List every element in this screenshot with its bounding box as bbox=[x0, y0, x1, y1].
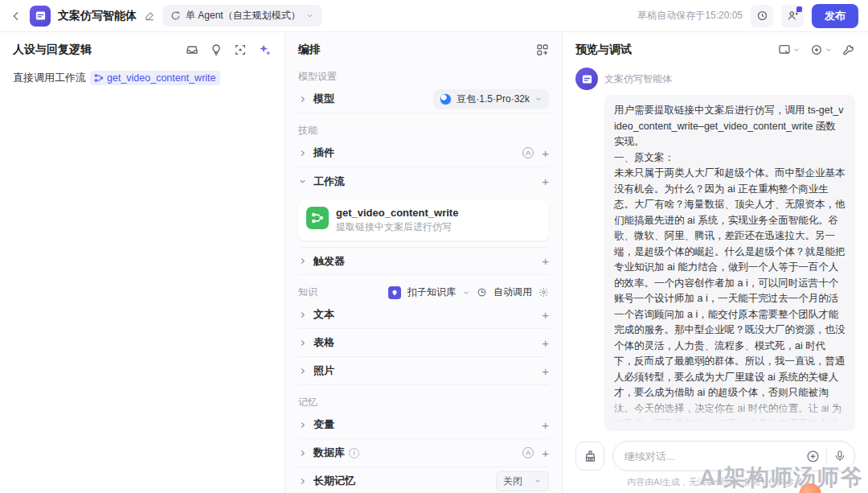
chat-input-wrap bbox=[612, 441, 855, 471]
plugin-row-label: 插件 bbox=[313, 146, 522, 160]
knowledge-text-label: 文本 bbox=[313, 307, 542, 322]
add-variable-button[interactable]: + bbox=[542, 419, 549, 431]
orchestrate-title: 编排 bbox=[298, 43, 321, 57]
memory-section-label: 记忆 bbox=[298, 396, 549, 409]
model-row[interactable]: 模型 豆包·1.5·Pro·32k bbox=[298, 85, 549, 113]
coze-knowledge-icon bbox=[388, 286, 401, 299]
chevron-right-icon bbox=[298, 421, 307, 429]
input-divider bbox=[826, 450, 827, 462]
info-icon: i bbox=[349, 448, 359, 458]
ai-disclaimer: 内容由AI生成，无法确保真实准确，仅供参考 bbox=[563, 475, 868, 493]
top-bar: 文案仿写智能体 单 Agent（自主规划模式） 草稿自动保存于15:20:05 … bbox=[0, 0, 868, 32]
collaborators-icon[interactable] bbox=[781, 5, 804, 27]
add-attachment-icon[interactable] bbox=[806, 450, 820, 463]
add-database-button[interactable]: + bbox=[542, 447, 549, 459]
workflow-link-label: get_video_content_write bbox=[107, 72, 216, 84]
chevron-right-icon bbox=[298, 149, 307, 158]
model-row-label: 模型 bbox=[313, 92, 433, 106]
agent-name: 文案仿写智能体 bbox=[604, 72, 672, 86]
add-plugin-button[interactable]: + bbox=[542, 147, 549, 159]
model-value: 豆包·1.5·Pro·32k bbox=[457, 92, 530, 106]
trigger-row-label: 触发器 bbox=[313, 254, 542, 269]
knowledge-photo-label: 照片 bbox=[313, 364, 542, 378]
longterm-memory-label: 长期记忆 bbox=[313, 474, 496, 488]
variable-row-label: 变量 bbox=[313, 417, 542, 432]
model-selector[interactable]: 豆包·1.5·Pro·32k bbox=[433, 89, 549, 109]
prompt-text: 直接调用工作流 bbox=[13, 71, 86, 85]
workflow-card[interactable]: get_video_content_write 提取链接中文案后进行仿写 bbox=[298, 200, 549, 240]
expand-editor-icon[interactable] bbox=[234, 43, 247, 56]
agent-logo-icon bbox=[30, 6, 51, 27]
page-title: 文案仿写智能体 bbox=[58, 9, 137, 23]
agent-message-text: 用户需要提取链接中文案后进行仿写，调用 ts-get_video_content… bbox=[614, 103, 845, 431]
chat-input[interactable] bbox=[624, 450, 806, 462]
chevron-right-icon bbox=[298, 257, 307, 265]
knowledge-section-label: 知识 bbox=[298, 286, 388, 299]
debug-selector[interactable] bbox=[810, 43, 833, 56]
chevron-right-icon bbox=[298, 367, 307, 376]
skills-section-label: 技能 bbox=[298, 124, 549, 138]
auto-call-label[interactable]: 自动调用 bbox=[493, 286, 532, 299]
workflow-card-name: get_video_content_write bbox=[336, 207, 458, 219]
single-agent-icon bbox=[170, 10, 181, 21]
workflow-link[interactable]: get_video_content_write bbox=[90, 71, 220, 85]
longterm-memory-select[interactable]: 关闭 bbox=[496, 471, 549, 491]
chevron-right-icon bbox=[298, 449, 307, 458]
add-photo-button[interactable]: + bbox=[542, 365, 549, 377]
chevron-down-icon bbox=[298, 177, 307, 186]
knowledge-lib-selector[interactable]: 扣子知识库 bbox=[407, 286, 456, 299]
knowledge-table-row[interactable]: 表格 + bbox=[298, 329, 549, 357]
chevron-right-icon bbox=[298, 95, 307, 104]
agent-message-bubble[interactable]: 用户需要提取链接中文案后进行仿写，调用 ts-get_video_content… bbox=[604, 95, 855, 431]
auto-call-icon bbox=[477, 287, 487, 298]
chevron-down-icon bbox=[305, 11, 314, 20]
doubao-logo-icon bbox=[440, 93, 452, 105]
add-trigger-button[interactable]: + bbox=[542, 255, 549, 267]
mic-icon[interactable] bbox=[833, 450, 846, 462]
ai-optimize-icon[interactable] bbox=[258, 43, 272, 57]
auto-mode-icon[interactable]: A bbox=[522, 447, 534, 458]
chat-area: 文案仿写智能体 用户需要提取链接中文案后进行仿写，调用 ts-get_video… bbox=[563, 60, 868, 434]
trigger-row[interactable]: 触发器 + bbox=[298, 247, 549, 275]
chevron-right-icon bbox=[298, 339, 307, 347]
orchestrate-panel: 编排 模型设置 模型 豆包·1.5·Pro·32k 技能 插件 A+ 工作流 + bbox=[285, 32, 563, 493]
variable-row[interactable]: 变量 + bbox=[298, 411, 549, 439]
add-table-button[interactable]: + bbox=[542, 337, 549, 349]
edit-title-icon[interactable] bbox=[144, 10, 155, 22]
notification-badge bbox=[796, 6, 802, 12]
workflow-row[interactable]: 工作流 + bbox=[298, 167, 549, 195]
publish-button[interactable]: 发布 bbox=[812, 4, 858, 28]
database-row-label: 数据库 bbox=[313, 446, 345, 460]
workflow-card-desc: 提取链接中文案后进行仿写 bbox=[336, 220, 458, 234]
preview-title: 预览与调试 bbox=[575, 43, 632, 57]
clear-chat-button[interactable] bbox=[575, 442, 604, 470]
preview-window-selector[interactable] bbox=[778, 43, 800, 56]
debug-tools-icon[interactable] bbox=[842, 43, 855, 56]
agent-avatar bbox=[575, 68, 598, 90]
chevron-down-icon bbox=[792, 46, 800, 54]
add-workflow-button[interactable]: + bbox=[542, 175, 549, 187]
auto-mode-icon[interactable]: A bbox=[522, 147, 534, 158]
model-section-label: 模型设置 bbox=[298, 70, 549, 84]
lightbulb-icon[interactable] bbox=[210, 43, 223, 56]
workflow-card-icon bbox=[306, 207, 329, 229]
knowledge-text-row[interactable]: 文本 + bbox=[298, 301, 549, 329]
chevron-right-icon bbox=[298, 310, 307, 319]
gear-icon bbox=[538, 287, 549, 298]
plugin-row[interactable]: 插件 A+ bbox=[298, 139, 549, 167]
history-compare-icon[interactable] bbox=[186, 43, 199, 56]
agent-mode-label: 单 Agent（自主规划模式） bbox=[186, 9, 301, 23]
layout-icon[interactable] bbox=[536, 43, 549, 56]
knowledge-photo-row[interactable]: 照片 + bbox=[298, 357, 549, 385]
debug-icon bbox=[810, 43, 823, 56]
persona-panel: 人设与回复逻辑 直接调用工作流 get_video_content_write bbox=[0, 32, 285, 493]
longterm-memory-row[interactable]: 长期记忆 关闭 bbox=[298, 467, 549, 493]
add-text-button[interactable]: + bbox=[542, 309, 549, 321]
history-icon[interactable] bbox=[751, 5, 773, 27]
database-row[interactable]: 数据库 i A+ bbox=[298, 439, 549, 467]
chevron-down-icon bbox=[825, 46, 833, 54]
agent-mode-selector[interactable]: 单 Agent（自主规划模式） bbox=[162, 5, 322, 27]
back-icon[interactable] bbox=[10, 10, 23, 23]
autosave-status: 草稿自动保存于15:20:05 bbox=[637, 9, 743, 23]
window-icon bbox=[778, 43, 791, 56]
